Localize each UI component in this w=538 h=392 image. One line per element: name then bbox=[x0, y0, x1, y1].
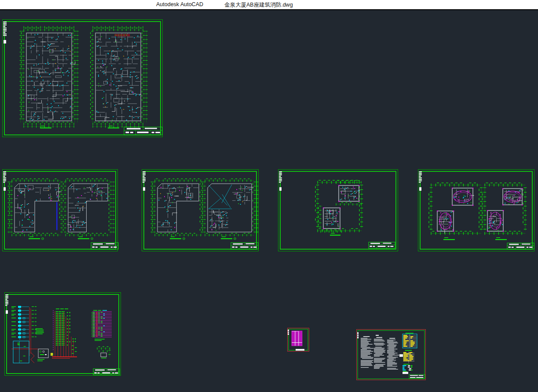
sheet-floor-plan-b[interactable] bbox=[142, 169, 259, 251]
autocad-window: Autodesk AutoCAD 金泉大厦AB座建筑消防.dwg bbox=[0, 0, 538, 392]
sheet-general-notes[interactable] bbox=[356, 329, 426, 380]
sheet-machine-room-plans-drawing bbox=[278, 169, 398, 251]
drawing-canvas[interactable] bbox=[0, 10, 538, 392]
app-title: Autodesk AutoCAD bbox=[156, 1, 203, 7]
sheet-basement-floor-plans-drawing bbox=[2, 19, 163, 137]
sheet-general-notes-drawing bbox=[356, 329, 426, 380]
sheet-system-riser-diagram[interactable] bbox=[4, 292, 121, 376]
sheet-floor-plan-a-drawing bbox=[2, 169, 118, 251]
sheet-detail-plans-drawing bbox=[418, 169, 534, 251]
sheet-detail-plans[interactable] bbox=[418, 169, 534, 251]
sheet-basement-floor-plans[interactable] bbox=[2, 19, 163, 137]
sheet-machine-room-plans[interactable] bbox=[278, 169, 398, 251]
sheet-system-riser-diagram-drawing bbox=[4, 292, 121, 376]
window-titlebar: Autodesk AutoCAD 金泉大厦AB座建筑消防.dwg bbox=[0, 0, 538, 10]
document-filename: 金泉大厦AB座建筑消防.dwg bbox=[224, 1, 293, 9]
sheet-hatch-detail[interactable] bbox=[287, 328, 309, 352]
sheet-floor-plan-a[interactable] bbox=[2, 169, 118, 251]
sheet-floor-plan-b-drawing bbox=[142, 169, 259, 251]
sheet-hatch-detail-drawing bbox=[287, 328, 309, 352]
